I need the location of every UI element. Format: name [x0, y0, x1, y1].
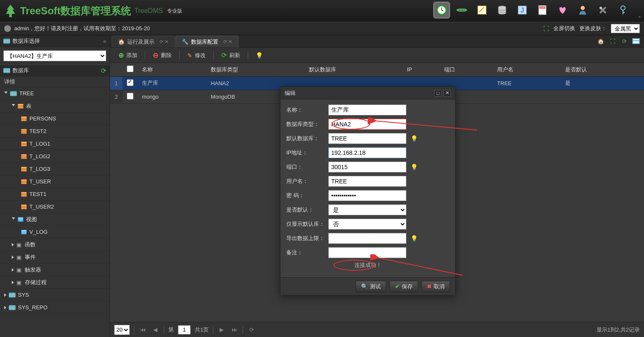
table-icon — [21, 116, 27, 121]
remark-field[interactable] — [328, 247, 406, 258]
tree-item[interactable]: T_USER — [0, 175, 110, 188]
page-reload-icon[interactable]: ⟳ — [247, 326, 256, 334]
tab-menu-icon[interactable] — [631, 37, 641, 46]
toolbar-clock-icon[interactable] — [433, 2, 450, 18]
db-icon — [3, 39, 10, 44]
toolbar-user-icon[interactable] — [574, 2, 591, 18]
bulb-icon[interactable]: 💡 — [411, 235, 418, 242]
pwd-field[interactable] — [328, 190, 406, 201]
name-field[interactable] — [328, 104, 406, 115]
tree-item[interactable]: T_LOG1 — [0, 138, 110, 150]
page-first-icon[interactable]: ⏮ — [139, 326, 147, 334]
isdefault-select[interactable]: 是 — [328, 204, 406, 215]
dialog-close-icon[interactable]: ✕ — [443, 90, 451, 97]
tab-home-icon[interactable]: 🏠 — [596, 37, 605, 46]
tree-item-label: TEST1 — [29, 191, 46, 197]
tree-item[interactable]: ▣事件 — [0, 251, 110, 264]
checkbox[interactable] — [127, 65, 134, 72]
checkbox[interactable] — [127, 79, 134, 86]
chevron-icon — [12, 256, 14, 259]
minus-icon: ⊖ — [153, 51, 158, 59]
tree-item[interactable]: TEST2 — [0, 125, 110, 138]
page-last-icon[interactable]: ⏭ — [230, 326, 238, 334]
column-header[interactable]: 是否默认 — [561, 63, 644, 76]
page-prev-icon[interactable]: ◀ — [151, 326, 160, 334]
add-button[interactable]: ⊕添加 — [114, 50, 141, 61]
save-button[interactable]: ✔保存 — [390, 281, 418, 293]
toolbar-sync-icon[interactable] — [453, 2, 470, 18]
defaultdb-field[interactable] — [328, 133, 406, 144]
toolbar-edit-icon[interactable] — [474, 2, 490, 18]
column-header[interactable]: 用户名 — [493, 63, 561, 76]
cancel-button[interactable]: ✖取消 — [421, 281, 450, 293]
toolbar-tools-icon[interactable] — [594, 2, 611, 18]
tree-item-label: 视图 — [26, 216, 37, 223]
toolbar-heart-icon[interactable] — [554, 2, 571, 18]
fullscreen-label[interactable]: 全屏切换 — [553, 25, 575, 32]
column-header[interactable]: 端口 — [440, 63, 493, 76]
tree-item[interactable]: PERSONS — [0, 112, 110, 125]
dbtype-field[interactable] — [328, 119, 406, 130]
tab-close-icon[interactable]: ⟳ ✕ — [223, 39, 232, 44]
tree-item[interactable]: ▣函数 — [0, 238, 110, 251]
toolbar-key-icon[interactable] — [615, 2, 631, 18]
help-button[interactable]: 💡 — [251, 50, 267, 61]
dialog-max-icon[interactable]: □ — [434, 90, 442, 97]
toolbar-log-icon[interactable]: LOG — [534, 2, 551, 18]
tree-item[interactable]: 视图 — [0, 213, 110, 226]
toolbar-db-icon[interactable] — [494, 2, 510, 18]
tree-item-label: TEST2 — [29, 128, 46, 134]
exportlimit-field[interactable] — [328, 233, 406, 244]
tree-item[interactable]: 表 — [0, 100, 110, 112]
skin-select[interactable]: 金属黑 — [611, 24, 640, 33]
column-header[interactable]: 默认数据库 — [305, 63, 403, 76]
sidebar-detail[interactable]: 详情 — [0, 76, 110, 87]
edit-button[interactable]: ✎修改 — [183, 50, 210, 61]
table-icon — [21, 129, 27, 134]
sidebar-collapse-icon[interactable]: « — [103, 38, 106, 44]
header-expand-icon[interactable]: ⌃ — [638, 16, 641, 21]
object-icon: ▣ — [16, 242, 22, 248]
test-button[interactable]: 🔍测试 — [356, 281, 386, 293]
checkbox[interactable] — [127, 93, 134, 99]
onlydefault-select[interactable]: 否 — [328, 219, 406, 230]
bulb-icon[interactable]: 💡 — [411, 164, 418, 170]
user-field[interactable] — [328, 176, 406, 187]
port-field[interactable] — [328, 162, 406, 172]
svg-rect-2 — [478, 6, 486, 14]
db-select[interactable]: 【HANA2】生产库 — [3, 50, 106, 61]
tree-item[interactable]: SYS — [0, 289, 110, 301]
ip-field[interactable] — [328, 147, 406, 158]
tree-item[interactable]: TREE — [0, 87, 110, 100]
tab-close-icon[interactable]: ⟳ ✕ — [160, 39, 168, 44]
bulb-icon[interactable]: 💡 — [411, 135, 418, 142]
fullscreen-icon[interactable]: ⛶ — [543, 25, 549, 32]
tree-item[interactable]: ▣触发器 — [0, 264, 110, 276]
column-header[interactable]: 数据库类型 — [207, 63, 304, 76]
tree-item[interactable]: T_LOG2 — [0, 150, 110, 163]
dialog-titlebar[interactable]: 编辑 □ ✕ — [280, 87, 455, 99]
svg-text:LOG: LOG — [540, 6, 545, 9]
page-next-icon[interactable]: ▶ — [217, 326, 226, 334]
refresh-button[interactable]: ⟳刷新 — [217, 50, 244, 61]
tab[interactable]: 🏠运行及展示⟳ ✕ — [112, 36, 175, 47]
refresh-icon[interactable]: ⟳ — [101, 67, 106, 75]
tab[interactable]: 🔧数据库配置⟳ ✕ — [175, 36, 238, 47]
tree-item-label: SYS_REPO — [18, 304, 47, 311]
delete-button[interactable]: ⊖删除 — [149, 50, 176, 61]
tree-item[interactable]: V_LOG — [0, 226, 110, 238]
page-input[interactable] — [178, 325, 191, 334]
column-header[interactable]: 名称 — [138, 63, 207, 76]
sidebar-section: 数据库 ⟳ — [0, 65, 110, 76]
tree-item[interactable]: T_LOG3 — [0, 163, 110, 175]
tab-expand-icon[interactable]: ⛶ — [608, 37, 617, 46]
tree-item[interactable]: ▣存储过程 — [0, 276, 110, 289]
tree-item[interactable]: SYS_REPO — [0, 301, 110, 314]
tab-refresh-icon[interactable]: ⟳ — [620, 37, 629, 46]
column-header[interactable]: IP — [403, 63, 440, 76]
toolbar-j-icon[interactable]: J — [514, 2, 531, 18]
tree-item[interactable]: T_USER2 — [0, 201, 110, 213]
object-icon: ▣ — [16, 267, 22, 273]
pagesize-select[interactable]: 20 — [114, 325, 130, 335]
tree-item[interactable]: TEST1 — [0, 188, 110, 201]
